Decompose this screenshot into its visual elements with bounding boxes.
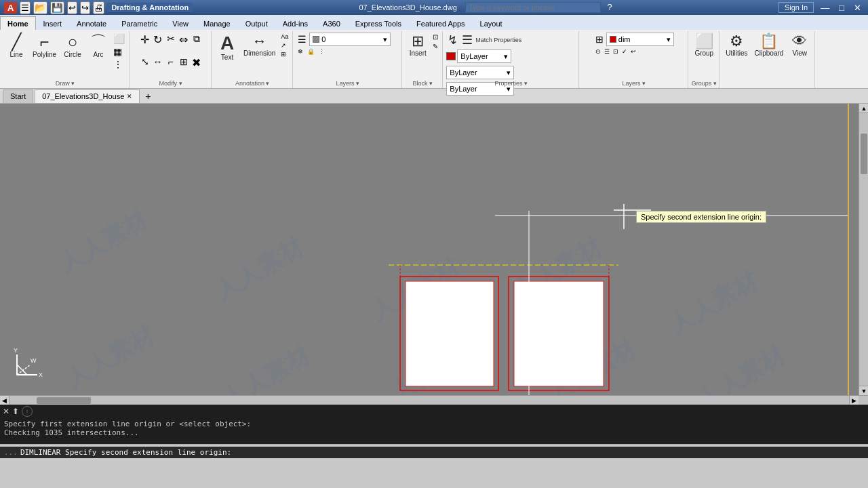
scale-button[interactable]: ⤡ xyxy=(139,56,151,68)
cmdline-expand-btn[interactable]: ⬆ xyxy=(12,407,19,416)
erase-button[interactable]: ✖ xyxy=(191,56,203,70)
create-block-button[interactable]: ⊡ xyxy=(431,33,439,41)
vscroll-thumb[interactable] xyxy=(861,134,867,174)
app-icon: A xyxy=(4,2,17,14)
layer-tool-1[interactable]: ⊙ xyxy=(594,47,602,56)
tab-manage[interactable]: Manage xyxy=(196,16,238,30)
cmdline-close-btn[interactable]: ✕ xyxy=(3,407,9,416)
tab-insert[interactable]: Insert xyxy=(36,16,70,30)
layer-lock-button[interactable]: 🔒 xyxy=(306,47,316,56)
hscroll-thumb[interactable] xyxy=(37,397,91,404)
mirror-button[interactable]: ⇔ xyxy=(178,33,190,47)
color-row: ByLayer▾ xyxy=(446,49,511,63)
maximize-btn[interactable]: □ xyxy=(836,2,847,13)
canvas-area[interactable]: 人人素材 人人素材 人人素材 人人素材 人人素材 人人素材 人人素材 人人素材 … xyxy=(0,104,868,395)
tab-start[interactable]: Start xyxy=(3,89,33,103)
color-value: ByLayer xyxy=(460,52,488,60)
open-btn[interactable]: 📂 xyxy=(33,1,47,14)
minimize-btn[interactable]: — xyxy=(818,2,832,13)
layer-tool-3[interactable]: ⊡ xyxy=(612,47,620,56)
cmdline-scroll-btn[interactable]: ↑ xyxy=(22,406,33,417)
polyline-label: Polyline xyxy=(33,51,56,58)
hatch-button[interactable]: ▦ xyxy=(112,45,126,58)
match-properties-button[interactable]: ↯ xyxy=(446,33,459,47)
clipboard-button[interactable]: 📋 Clipboard xyxy=(752,33,787,58)
tab-output[interactable]: Output xyxy=(238,16,275,30)
tab-express[interactable]: Express Tools xyxy=(348,16,409,30)
copy-button[interactable]: ⧉ xyxy=(191,33,203,45)
undo-btn[interactable]: ↩ xyxy=(67,1,77,14)
layer-tool-5[interactable]: ↩ xyxy=(629,47,637,56)
utilities-icon: ⚙ xyxy=(730,34,743,49)
view-icon: 👁 xyxy=(792,34,807,49)
vscroll-down-btn[interactable]: ▼ xyxy=(859,386,868,395)
clipboard-icon: 📋 xyxy=(760,34,778,49)
tab-home[interactable]: Home xyxy=(0,16,36,30)
tab-parametric[interactable]: Parametric xyxy=(114,16,165,30)
axis-svg: X Y W xyxy=(10,341,51,382)
polyline-button[interactable]: ⌐ Polyline xyxy=(30,33,59,60)
layer-properties-panel-button[interactable]: ☰ xyxy=(460,33,474,47)
hscroll-right-btn[interactable]: ▶ xyxy=(849,396,859,405)
tab-file[interactable]: 07_Elevations3D_House ✕ xyxy=(35,89,140,103)
table-button[interactable]: ⊞ xyxy=(279,50,290,58)
tab-annotate[interactable]: Annotate xyxy=(69,16,114,30)
layers2-group-label: Layers ▾ xyxy=(623,80,646,87)
layer-freeze-button[interactable]: ❄ xyxy=(296,47,304,56)
hscroll-left-btn[interactable]: ◀ xyxy=(0,396,9,405)
tab-view[interactable]: View xyxy=(165,16,196,30)
circle-button[interactable]: ○ Circle xyxy=(60,33,85,60)
tab-featured[interactable]: Featured Apps xyxy=(409,16,473,30)
line-button[interactable]: ╱ Line xyxy=(4,33,28,60)
linetype-dropdown[interactable]: ByLayer▾ xyxy=(446,66,514,79)
leader-button[interactable]: ↗ xyxy=(279,41,290,49)
array-button[interactable]: ⊞ xyxy=(178,56,190,68)
move-button[interactable]: ✛ xyxy=(139,33,151,47)
close-btn[interactable]: ✕ xyxy=(851,2,864,13)
layer-props-2-button[interactable]: ⊞ xyxy=(594,33,605,45)
rotate-button[interactable]: ↻ xyxy=(152,33,164,47)
layer-dropdown[interactable]: 0 ▾ xyxy=(309,33,391,46)
view-button[interactable]: 👁 View xyxy=(787,33,812,58)
tab-layout[interactable]: Layout xyxy=(473,16,510,30)
color-swatch xyxy=(446,52,456,60)
redo-btn[interactable]: ↪ xyxy=(80,1,90,14)
titlebar-right: Sign In — □ ✕ xyxy=(778,2,864,13)
stretch-button[interactable]: ↔ xyxy=(152,56,164,68)
save-btn[interactable]: 💾 xyxy=(50,1,64,14)
utilities-buttons: ⚙ Utilities 📋 Clipboard 👁 View xyxy=(723,33,812,87)
dimension-button[interactable]: ↔ Dimension xyxy=(241,33,278,58)
trim-button[interactable]: ✂ xyxy=(165,33,177,45)
layer-props-button[interactable]: ☰ xyxy=(296,33,308,45)
draw-more-button[interactable]: ⋮ xyxy=(112,58,126,70)
match-properties-icon: ↯ xyxy=(448,34,458,46)
help-btn[interactable]: ? xyxy=(607,2,612,12)
dim-layer-dropdown[interactable]: dim ▾ xyxy=(606,33,674,46)
insert-button[interactable]: ⊞ Insert xyxy=(406,33,430,58)
vscroll-up-btn[interactable]: ▲ xyxy=(859,104,868,113)
search-input[interactable] xyxy=(465,2,601,13)
new-btn[interactable]: ☰ xyxy=(20,1,31,14)
tab-close-button[interactable]: ✕ xyxy=(127,93,132,100)
utilities-button[interactable]: ⚙ Utilities xyxy=(723,33,750,58)
block-editor-button[interactable]: ✎ xyxy=(431,42,439,51)
vertical-scrollbar[interactable]: ▲ ▼ xyxy=(859,104,868,395)
mtext-button[interactable]: Aa xyxy=(279,33,290,41)
tab-a360[interactable]: A360 xyxy=(315,16,348,30)
arc-button[interactable]: ⌒ Arc xyxy=(86,33,111,60)
rectangle-button[interactable]: ⬜ xyxy=(112,33,126,45)
fillet-button[interactable]: ⌐ xyxy=(165,56,177,68)
layer-tool-4[interactable]: ✓ xyxy=(620,47,629,56)
color-dropdown[interactable]: ByLayer▾ xyxy=(457,49,511,63)
plot-btn[interactable]: 🖨 xyxy=(93,1,104,14)
signin-btn[interactable]: Sign In xyxy=(778,2,814,13)
new-tab-button[interactable]: + xyxy=(141,89,155,103)
horizontal-scrollbar[interactable]: ◀ ▶ xyxy=(0,395,868,405)
layer-panel-controls: ⊞ dim ▾ ⊙ ☰ ⊡ ✓ ↩ xyxy=(594,33,674,65)
workspace-dropdown[interactable]: Drafting & Annotation xyxy=(107,3,193,12)
group-button[interactable]: ⬜ Group xyxy=(692,33,716,58)
layer-more-button[interactable]: ⋮ xyxy=(317,47,326,56)
tab-addins[interactable]: Add-ins xyxy=(275,16,315,30)
text-button[interactable]: A Text xyxy=(215,33,239,62)
layer-tool-2[interactable]: ☰ xyxy=(603,47,611,56)
